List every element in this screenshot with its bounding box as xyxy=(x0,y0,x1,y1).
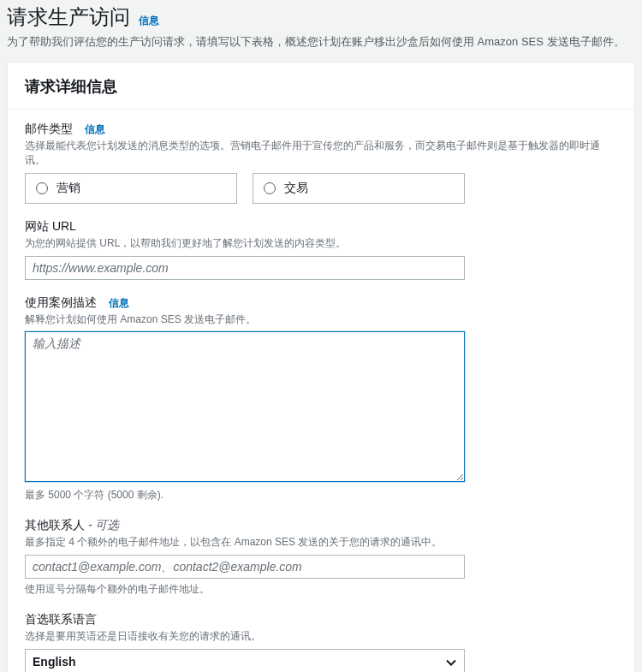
mail-type-label: 邮件类型 xyxy=(25,122,73,137)
mail-type-options: 营销 交易 xyxy=(25,173,617,204)
use-case-group: 使用案例描述 信息 解释您计划如何使用 Amazon SES 发送电子邮件。 最… xyxy=(25,295,617,503)
card-body: 邮件类型 信息 选择最能代表您计划发送的消息类型的选项。营销电子邮件用于宣传您的… xyxy=(8,110,634,672)
contacts-group: 其他联系人 - 可选 最多指定 4 个额外的电子邮件地址，以包含在 Amazon… xyxy=(25,518,617,597)
website-url-group: 网站 URL 为您的网站提供 URL，以帮助我们更好地了解您计划发送的内容类型。 xyxy=(25,219,617,280)
mail-type-option-label: 交易 xyxy=(284,181,308,196)
language-label: 首选联系语言 xyxy=(25,612,617,627)
info-link-use-case[interactable]: 信息 xyxy=(109,296,129,311)
language-hint: 选择是要用英语还是日语接收有关您的请求的通讯。 xyxy=(25,629,617,644)
language-select-value: English xyxy=(25,649,465,672)
contacts-hint: 最多指定 4 个额外的电子邮件地址，以包含在 Amazon SES 发送的关于您… xyxy=(25,535,617,550)
radio-icon xyxy=(36,182,48,194)
page-header: 请求生产访问 信息 为了帮助我们评估您的生产访问请求，请填写以下表格，概述您计划… xyxy=(0,0,642,62)
use-case-label: 使用案例描述 xyxy=(25,295,97,311)
page-title: 请求生产访问 xyxy=(7,5,130,28)
mail-type-group: 邮件类型 信息 选择最能代表您计划发送的消息类型的选项。营销电子邮件用于宣传您的… xyxy=(25,122,617,204)
language-select[interactable]: English xyxy=(25,649,465,672)
info-link-header[interactable]: 信息 xyxy=(139,15,159,27)
language-group: 首选联系语言 选择是要用英语还是日语接收有关您的请求的通讯。 English xyxy=(25,612,617,672)
website-url-input[interactable] xyxy=(25,256,465,280)
use-case-textarea[interactable] xyxy=(25,331,465,482)
contacts-after-hint: 使用逗号分隔每个额外的电子邮件地址。 xyxy=(25,582,617,597)
mail-type-option-label: 营销 xyxy=(56,181,80,196)
website-url-hint: 为您的网站提供 URL，以帮助我们更好地了解您计划发送的内容类型。 xyxy=(25,236,617,251)
radio-icon xyxy=(264,182,276,194)
request-details-card: 请求详细信息 邮件类型 信息 选择最能代表您计划发送的消息类型的选项。营销电子邮… xyxy=(7,62,635,672)
mail-type-option-transactional[interactable]: 交易 xyxy=(253,173,465,204)
mail-type-option-marketing[interactable]: 营销 xyxy=(25,173,237,204)
mail-type-hint: 选择最能代表您计划发送的消息类型的选项。营销电子邮件用于宣传您的产品和服务，而交… xyxy=(25,139,617,168)
use-case-hint: 解释您计划如何使用 Amazon SES 发送电子邮件。 xyxy=(25,312,617,327)
website-url-label: 网站 URL xyxy=(25,219,617,235)
info-link-mail-type[interactable]: 信息 xyxy=(85,122,105,137)
card-header: 请求详细信息 xyxy=(8,62,634,110)
page-subtitle: 为了帮助我们评估您的生产访问请求，请填写以下表格，概述您计划在账户移出沙盒后如何… xyxy=(7,34,635,50)
contacts-input[interactable] xyxy=(25,555,465,579)
use-case-constraint: 最多 5000 个字符 (5000 剩余). xyxy=(25,488,617,503)
contacts-label: 其他联系人 - 可选 xyxy=(25,518,617,533)
card-title: 请求详细信息 xyxy=(25,76,617,97)
